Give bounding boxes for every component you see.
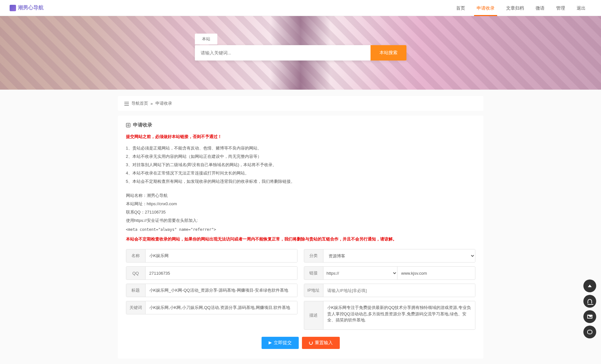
mail-icon (587, 315, 592, 319)
label-qq: QQ (126, 267, 146, 279)
rule-1: 1、贵站必须是正规网站，不能含有反动、色情、赌博等不良内容的网站。 (126, 144, 475, 152)
bell-icon (588, 299, 592, 303)
input-qq[interactable] (146, 267, 297, 279)
label-name: 名称 (126, 249, 146, 262)
warning-bottom: 本站会不定期检查收录的网站，如果你的网站出现无法访问或者一周内不能恢复正常，我们… (126, 236, 475, 242)
submit-label: 立即提交 (274, 340, 292, 346)
nav-home[interactable]: 首页 (450, 0, 471, 16)
input-title[interactable] (146, 284, 297, 297)
nav-weiyu[interactable]: 微语 (530, 0, 550, 16)
search-bar: 本站搜索 (195, 45, 406, 61)
label-category: 分类 (304, 249, 323, 262)
search-button[interactable]: 本站搜索 (371, 45, 406, 61)
send-icon (269, 341, 272, 344)
field-name: 名称 (126, 249, 297, 263)
field-title: 标题 (126, 284, 297, 297)
chevron-up-icon (588, 285, 592, 287)
hero-banner: 本站 本站搜索 (0, 16, 601, 90)
warning-top: 提交网站之前，必须做好本站链接，否则不予通过！ (126, 134, 475, 140)
rules-list: 1、贵站必须是正规网站，不能含有反动、色情、赌博等不良内容的网站。 2、本站不收… (126, 144, 475, 186)
input-ip[interactable] (323, 284, 475, 297)
rule-4: 4、本站不收录在正常情况下无法正常连接或打开时间太长的网站。 (126, 169, 475, 177)
field-link: 链接 https:// (304, 266, 475, 280)
label-keywords: 关键词 (126, 301, 146, 314)
logo-text: 潮男心导航 (18, 4, 44, 11)
breadcrumb-home[interactable]: 导航首页 (131, 101, 148, 106)
apply-panel: 申请收录 提交网站之前，必须做好本站链接，否则不予通过！ 1、贵站必须是正规网站… (118, 116, 483, 359)
refresh-icon (309, 341, 313, 345)
select-protocol[interactable]: https:// (323, 267, 397, 279)
apply-form: 名称 分类 资源博客 QQ 链接 https:// (126, 249, 475, 330)
label-title: 标题 (126, 284, 146, 297)
plus-icon (126, 123, 130, 127)
field-category: 分类 资源博客 (304, 249, 475, 263)
nav-apply[interactable]: 申请收录 (471, 0, 500, 16)
floating-buttons (583, 279, 596, 338)
button-row: 立即提交 重置输入 (126, 337, 475, 349)
reset-label: 重置输入 (315, 340, 333, 346)
field-ip: IP地址 (304, 284, 475, 297)
rule-5: 5、本站会不定期检查所有网站，如发现收录的网站违背我们的收录标准，我们将删除链接… (126, 177, 475, 186)
nav-logout[interactable]: 退出 (571, 0, 591, 16)
textarea-desc[interactable] (323, 301, 475, 329)
input-keywords[interactable] (146, 301, 297, 314)
search-tab-local[interactable]: 本站 (195, 34, 217, 44)
field-keywords: 关键词 (126, 301, 297, 314)
input-link[interactable] (397, 267, 475, 279)
breadcrumb: 导航首页 » 申请收录 (118, 96, 483, 111)
list-icon (124, 101, 129, 106)
wechat-icon (587, 330, 592, 334)
search-tabs: 本站 (195, 34, 217, 44)
site-logo[interactable]: 潮男心导航 (10, 4, 44, 11)
label-link: 链接 (304, 267, 323, 279)
select-category[interactable]: 资源博客 (323, 249, 475, 262)
wechat-button[interactable] (583, 326, 596, 338)
breadcrumb-sep: » (151, 101, 153, 106)
panel-title-text: 申请收录 (133, 122, 152, 128)
rule-2: 2、本站不收录无实用内容的网站（如网站正在建设中，尚无完整内容等） (126, 152, 475, 161)
input-name[interactable] (146, 249, 297, 262)
field-desc: 描述 (304, 301, 475, 330)
field-qq: QQ (126, 266, 297, 280)
search-input[interactable] (195, 45, 371, 61)
logo-icon (10, 5, 16, 11)
nav-admin[interactable]: 管理 (550, 0, 571, 16)
navbar: 潮男心导航 首页 申请收录 文章归档 微语 管理 退出 (0, 0, 601, 16)
reset-button[interactable]: 重置输入 (302, 337, 340, 349)
panel-title: 申请收录 (126, 122, 475, 128)
mail-button[interactable] (583, 310, 596, 323)
scroll-top-button[interactable] (583, 279, 596, 292)
notify-button[interactable] (583, 295, 596, 308)
search-wrap: 本站 本站搜索 (195, 45, 406, 61)
nav-links: 首页 申请收录 文章归档 微语 管理 退出 (450, 0, 591, 16)
label-desc: 描述 (304, 301, 323, 329)
rule-3: 3、对挂靠别人网站下的二级域名(即没有自己单独域名的网站)，本站将不予收录。 (126, 161, 475, 169)
nav-archive[interactable]: 文章归档 (500, 0, 530, 16)
meta-code: <meta content="always" name="referrer"> (126, 227, 475, 232)
label-ip: IP地址 (304, 284, 323, 297)
breadcrumb-current: 申请收录 (155, 101, 172, 106)
site-info: 网站名称：潮男心导航 本站网址：https://cnx0.com 联系QQ：27… (126, 191, 475, 225)
submit-button[interactable]: 立即提交 (262, 337, 299, 349)
